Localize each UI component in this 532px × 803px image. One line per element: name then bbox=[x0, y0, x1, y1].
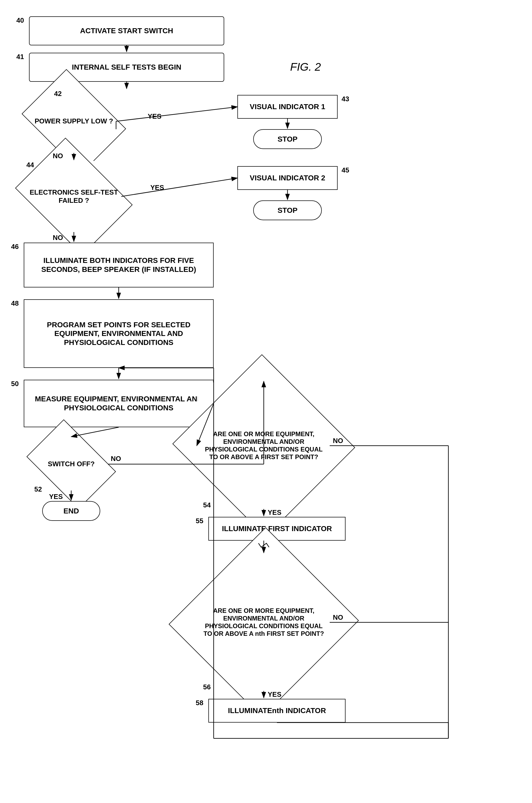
node-visual-ind2: VISUAL INDICATOR 2 bbox=[238, 166, 338, 190]
node-conditions1: ARE ONE OR MORE EQUIPMENT, ENVIRONMENTAL… bbox=[198, 382, 330, 509]
label-50: 50 bbox=[11, 380, 19, 388]
svg-text:NO: NO bbox=[53, 234, 63, 242]
node-visual-ind1: VISUAL INDICATOR 1 bbox=[238, 95, 338, 119]
node-activate-start: ACTIVATE START SWITCH bbox=[29, 16, 224, 45]
node-illuminate-first: ILLUMINATE FIRST INDICATOR bbox=[208, 517, 345, 541]
node-conditions-nth: ARE ONE OR MORE EQUIPMENT, ENVIRONMENTAL… bbox=[198, 554, 330, 691]
label-45: 45 bbox=[342, 166, 349, 174]
node-switch-off: SWITCH OFF? bbox=[34, 438, 108, 491]
label-44: 44 bbox=[26, 161, 34, 169]
label-48: 48 bbox=[11, 299, 19, 307]
svg-line-4 bbox=[116, 107, 238, 121]
svg-text:YES: YES bbox=[148, 112, 162, 120]
label-41: 41 bbox=[16, 53, 24, 61]
label-40: 40 bbox=[16, 16, 24, 24]
label-46: 46 bbox=[11, 243, 19, 251]
label-43: 43 bbox=[342, 95, 349, 103]
node-illuminate-both: ILLUMINATE BOTH INDICATORS FOR FIVE SECO… bbox=[24, 243, 214, 287]
label-56: 56 bbox=[203, 683, 211, 691]
label-58: 58 bbox=[196, 699, 203, 707]
node-measure: MEASURE EQUIPMENT, ENVIRONMENTAL AND PHY… bbox=[24, 380, 214, 427]
node-illuminate-nth: ILLUMINATEnth INDICATOR bbox=[208, 699, 345, 723]
svg-line-9 bbox=[121, 178, 238, 196]
node-end: END bbox=[42, 501, 100, 521]
node-stop1: STOP bbox=[253, 129, 322, 149]
node-electronics: ELECTRONICS SELF-TEST FAILED ? bbox=[26, 161, 121, 232]
label-54: 54 bbox=[203, 501, 211, 509]
node-program-set: PROGRAM SET POINTS FOR SELECTED EQUIPMEN… bbox=[24, 299, 214, 368]
figure-label: FIG. 2 bbox=[290, 61, 321, 73]
node-stop2: STOP bbox=[253, 200, 322, 220]
label-52: 52 bbox=[34, 485, 42, 493]
svg-text:NO: NO bbox=[111, 455, 121, 462]
flowchart-diagram: FIG. 2 ACTIVATE START SWITCH 40 INTERNAL… bbox=[0, 0, 532, 803]
label-42: 42 bbox=[54, 90, 62, 98]
node-power-supply: POWER SUPPLY LOW ? bbox=[32, 90, 116, 153]
svg-text:YES: YES bbox=[150, 184, 164, 191]
svg-text:YES: YES bbox=[49, 493, 63, 500]
label-55: 55 bbox=[196, 517, 203, 525]
